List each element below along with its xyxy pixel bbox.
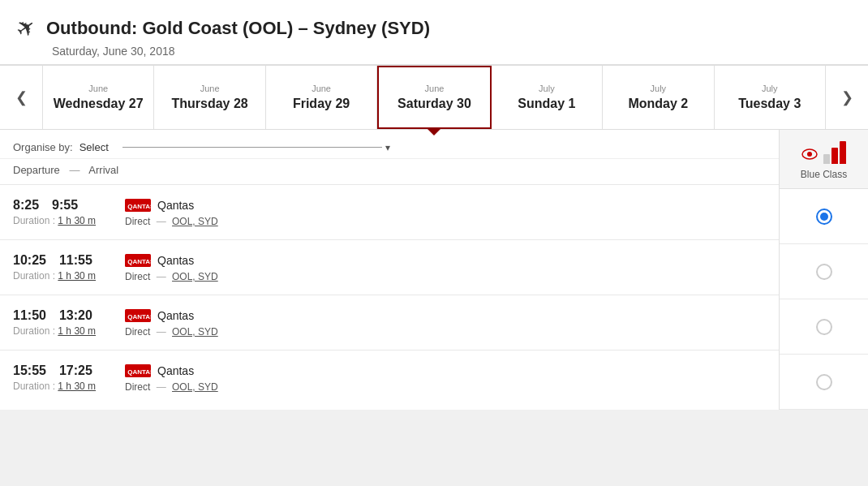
radio-cell[interactable] [780, 189, 868, 244]
page-wrapper: ✈ Outbound: Gold Coast (OOL) – Sydney (S… [0, 0, 868, 410]
next-date-button[interactable]: ❯ [826, 66, 868, 129]
airline-name: Qantas [157, 309, 194, 322]
duration-value[interactable]: 1 h 30 m [58, 381, 96, 392]
arrive-time: 17:25 [59, 363, 92, 378]
svg-text:QANTAS: QANTAS [127, 313, 151, 320]
flight-info: QANTAS Qantas Direct — OOL, SYD [125, 363, 271, 393]
prev-date-button[interactable]: ❮ [0, 66, 42, 129]
airline-row: QANTAS Qantas [125, 197, 271, 213]
date-month-sun1: July [539, 84, 555, 93]
radio-cell[interactable] [780, 355, 868, 410]
bar-3 [840, 141, 846, 164]
right-panel: Blue Class [779, 130, 868, 410]
route-type: Direct [125, 271, 150, 282]
header-subtitle: Saturday, June 30, 2018 [52, 45, 852, 58]
route-row: Direct — OOL, SYD [125, 216, 271, 227]
times-top: 8:25 9:55 [13, 198, 102, 213]
radio-cell[interactable] [780, 244, 868, 299]
date-cells: JuneWednesday 27JuneThursday 28JuneFrida… [42, 66, 826, 129]
date-day-sun1: Sunday 1 [518, 97, 575, 111]
duration-row: Duration : 1 h 30 m [13, 270, 102, 282]
duration-label: Duration : [13, 215, 58, 226]
duration-value[interactable]: 1 h 30 m [58, 270, 96, 282]
route-airports[interactable]: OOL, SYD [172, 381, 218, 393]
arrival-label: Arrival [88, 164, 118, 176]
flight-times: 10:25 11:55 Duration : 1 h 30 m [13, 253, 102, 282]
route-type: Direct [125, 216, 150, 227]
airline-row: QANTAS Qantas [125, 308, 271, 324]
flight-times: 8:25 9:55 Duration : 1 h 30 m [13, 198, 102, 226]
arrive-time: 13:20 [59, 308, 92, 323]
qantas-logo-wrap: QANTAS [125, 197, 151, 213]
eye-icon [801, 147, 818, 164]
organise-select-wrap[interactable]: Select [79, 141, 390, 153]
airline-row: QANTAS Qantas [125, 363, 271, 379]
qantas-logo: QANTAS [125, 308, 151, 324]
date-month-sat30: June [425, 84, 445, 93]
date-month-wed27: June [88, 84, 108, 93]
depart-time: 15:55 [13, 363, 46, 378]
organise-select[interactable]: Select [79, 141, 122, 153]
depart-time: 10:25 [13, 253, 46, 268]
qantas-logo: QANTAS [125, 252, 151, 269]
page-title: Outbound: Gold Coast (OOL) – Sydney (SYD… [46, 18, 430, 39]
radio-cell[interactable] [780, 299, 868, 355]
route-airports[interactable]: OOL, SYD [172, 271, 218, 282]
flights-area: Organise by: Select Departure — Arrival … [0, 130, 868, 410]
date-day-sat30: Saturday 30 [397, 97, 471, 111]
duration-label: Duration : [13, 270, 58, 282]
date-cell-tue3[interactable]: JulyTuesday 3 [715, 66, 826, 129]
flight-rows-container: 8:25 9:55 Duration : 1 h 30 m QANTAS Qan… [0, 184, 779, 405]
date-month-thu28: June [200, 84, 220, 93]
duration-value[interactable]: 1 h 30 m [58, 215, 96, 226]
date-day-thu28: Thursday 28 [172, 97, 248, 111]
qantas-logo: QANTAS [125, 363, 151, 379]
route-row: Direct — OOL, SYD [125, 381, 271, 393]
organise-row: Organise by: Select [0, 130, 779, 159]
radio-unselected[interactable] [816, 264, 832, 280]
depart-time: 8:25 [13, 198, 39, 213]
flight-row[interactable]: 10:25 11:55 Duration : 1 h 30 m QANTAS Q… [0, 239, 779, 295]
route-airports[interactable]: OOL, SYD [172, 216, 218, 227]
svg-point-9 [807, 152, 812, 157]
route-type: Direct [125, 326, 150, 338]
blue-class-box: Blue Class [780, 130, 868, 189]
dep-arr-row: Departure — Arrival [0, 159, 779, 184]
date-cell-sun1[interactable]: JulySunday 1 [492, 66, 603, 129]
route-row: Direct — OOL, SYD [125, 326, 271, 338]
radio-cells [780, 189, 868, 410]
radio-selected[interactable] [816, 209, 832, 225]
route-dash: — [157, 216, 166, 227]
flight-row[interactable]: 11:50 13:20 Duration : 1 h 30 m QANTAS Q… [0, 295, 779, 350]
route-airports[interactable]: OOL, SYD [172, 326, 218, 338]
flight-row[interactable]: 15:55 17:25 Duration : 1 h 30 m QANTAS Q… [0, 350, 779, 405]
depart-time: 11:50 [13, 308, 46, 323]
flight-row[interactable]: 8:25 9:55 Duration : 1 h 30 m QANTAS Qan… [0, 184, 779, 239]
date-day-fri29: Friday 29 [293, 97, 350, 111]
radio-unselected[interactable] [816, 374, 832, 390]
date-cell-wed27[interactable]: JuneWednesday 27 [42, 66, 154, 129]
times-top: 15:55 17:25 [13, 363, 102, 378]
route-row: Direct — OOL, SYD [125, 271, 271, 282]
bar-chart-icon [823, 141, 846, 164]
qantas-logo: QANTAS [125, 197, 151, 213]
airline-name: Qantas [157, 254, 194, 267]
date-day-mon2: Monday 2 [628, 97, 688, 111]
date-cell-fri29[interactable]: JuneFriday 29 [266, 66, 377, 129]
duration-label: Duration : [13, 325, 58, 337]
date-cell-thu28[interactable]: JuneThursday 28 [154, 66, 265, 129]
date-cell-mon2[interactable]: JulyMonday 2 [603, 66, 714, 129]
date-month-tue3: July [762, 84, 778, 93]
plane-icon: ✈ [11, 11, 41, 44]
date-day-wed27: Wednesday 27 [54, 97, 144, 111]
airline-row: QANTAS Qantas [125, 252, 271, 269]
date-cell-sat30[interactable]: JuneSaturday 30 [377, 66, 491, 129]
duration-value[interactable]: 1 h 30 m [58, 325, 96, 337]
route-type: Direct [125, 381, 150, 393]
radio-unselected[interactable] [816, 319, 832, 335]
qantas-logo-wrap: QANTAS [125, 363, 151, 379]
airline-name: Qantas [157, 364, 194, 377]
organise-divider [122, 147, 382, 148]
svg-text:QANTAS: QANTAS [127, 368, 151, 376]
date-selector: ❮ JuneWednesday 27JuneThursday 28JuneFri… [0, 65, 868, 130]
